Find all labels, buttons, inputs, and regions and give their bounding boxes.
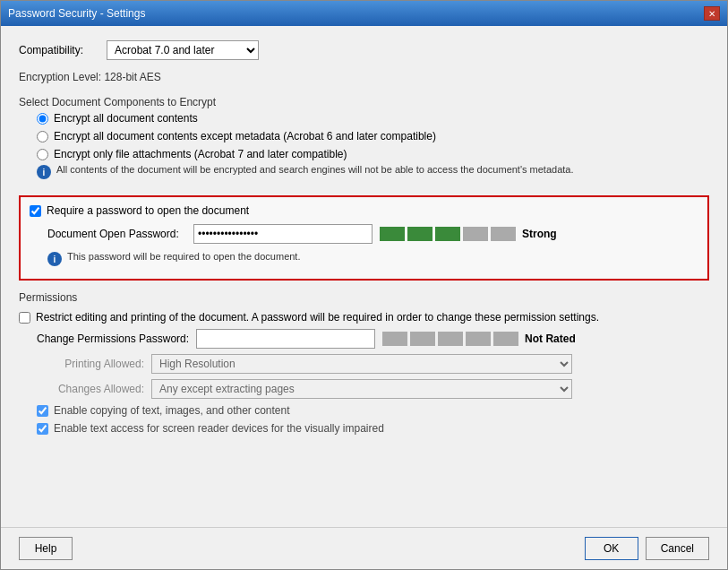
strength-seg-1 (407, 227, 433, 241)
changes-allowed-label: Changes Allowed: (19, 383, 144, 395)
encryption-level-value: 128-bit AES (104, 71, 160, 83)
permissions-strength-bar: Not Rated (382, 332, 587, 346)
perm-strength-seg-3 (466, 332, 491, 346)
encrypt-info-text: All contents of the document will be enc… (56, 164, 574, 175)
copy-checkbox-row: Enable copying of text, images, and othe… (19, 404, 709, 417)
dialog-title: Password Security - Settings (8, 7, 145, 20)
copy-label: Enable copying of text, images, and othe… (54, 404, 290, 417)
encrypt-radio-2[interactable] (37, 149, 48, 160)
open-password-info-text: This password will be required to open t… (67, 251, 300, 262)
changes-allowed-row: Changes Allowed: Any except extracting p… (19, 379, 709, 399)
permissions-password-label: Change Permissions Password: (37, 332, 189, 345)
ok-button[interactable]: OK (585, 537, 638, 560)
encrypt-option-1-label: Encrypt all document contents except met… (54, 130, 436, 142)
reader-checkbox-row: Enable text access for screen reader dev… (19, 422, 709, 435)
permissions-section: Permissions Restrict editing and printin… (19, 291, 709, 435)
dialog-footer: Help OK Cancel (1, 527, 727, 569)
copy-checkbox[interactable] (37, 405, 48, 417)
encrypt-radio-1[interactable] (37, 131, 48, 142)
encrypt-section-title: Select Document Components to Encrypt (19, 96, 709, 108)
perm-strength-seg-1 (410, 332, 435, 346)
open-password-box: Require a password to open the document … (19, 195, 709, 281)
open-password-strength-bar: Strong (380, 227, 576, 241)
open-password-strength-label: Strong (522, 228, 576, 240)
permissions-strength-label: Not Rated (525, 332, 587, 345)
strength-seg-3 (463, 227, 488, 241)
encrypt-radio-0[interactable] (37, 113, 48, 125)
strength-seg-4 (491, 227, 516, 241)
printing-allowed-label: Printing Allowed: (19, 358, 144, 370)
perm-strength-seg-4 (493, 332, 518, 346)
open-password-checkbox[interactable] (30, 205, 41, 217)
reader-label: Enable text access for screen reader dev… (54, 422, 384, 435)
compatibility-label: Compatibility: (19, 44, 99, 56)
dialog-content: Compatibility: Acrobat 7.0 and later Enc… (1, 26, 727, 527)
changes-allowed-select[interactable]: Any except extracting pages (151, 379, 572, 399)
title-bar: Password Security - Settings ✕ (1, 1, 727, 26)
cancel-button[interactable]: Cancel (646, 537, 709, 560)
compatibility-select[interactable]: Acrobat 7.0 and later (107, 40, 259, 60)
encrypt-option-1: Encrypt all document contents except met… (37, 130, 709, 142)
open-password-checkbox-label: Require a password to open the document (47, 204, 249, 217)
encryption-level-row: Encryption Level: 128-bit AES (19, 71, 709, 83)
open-password-info-row: i This password will be required to open… (30, 251, 698, 266)
encrypt-option-0-label: Encrypt all document contents (54, 112, 198, 125)
permissions-password-row: Change Permissions Password: Not Rated (19, 329, 709, 349)
printing-allowed-row: Printing Allowed: High Resolution (19, 354, 709, 374)
encrypt-info-row: i All contents of the document will be e… (19, 164, 709, 179)
printing-allowed-select[interactable]: High Resolution (151, 354, 572, 374)
strength-seg-2 (435, 227, 460, 241)
permissions-restrict-checkbox[interactable] (19, 312, 30, 324)
permissions-password-input[interactable] (196, 329, 375, 349)
encrypt-radio-group: Encrypt all document contents Encrypt al… (19, 112, 709, 160)
strength-seg-0 (380, 227, 405, 241)
password-security-dialog: Password Security - Settings ✕ Compatibi… (0, 0, 728, 570)
open-password-label: Document Open Password: (47, 228, 186, 240)
perm-strength-seg-0 (382, 332, 407, 346)
open-password-input-row: Document Open Password: Strong (30, 224, 698, 244)
permissions-restrict-label: Restrict editing and printing of the doc… (36, 311, 599, 324)
open-password-info-icon: i (47, 252, 62, 266)
reader-checkbox[interactable] (37, 423, 48, 435)
info-icon: i (37, 165, 51, 179)
permissions-title: Permissions (19, 291, 709, 304)
footer-right-buttons: OK Cancel (585, 537, 709, 560)
encryption-level-label: Encryption Level: (19, 71, 101, 83)
permissions-checkbox-row: Restrict editing and printing of the doc… (19, 311, 709, 324)
help-button[interactable]: Help (19, 537, 73, 560)
open-password-input[interactable] (193, 224, 373, 244)
encrypt-option-0: Encrypt all document contents (37, 112, 709, 125)
perm-strength-seg-2 (438, 332, 463, 346)
close-button[interactable]: ✕ (704, 6, 720, 21)
encrypt-option-2: Encrypt only file attachments (Acrobat 7… (37, 148, 709, 160)
encrypt-section: Select Document Components to Encrypt En… (19, 96, 709, 185)
compatibility-row: Compatibility: Acrobat 7.0 and later (19, 40, 709, 60)
encrypt-option-2-label: Encrypt only file attachments (Acrobat 7… (54, 148, 347, 160)
open-password-checkbox-row: Require a password to open the document (30, 204, 698, 217)
